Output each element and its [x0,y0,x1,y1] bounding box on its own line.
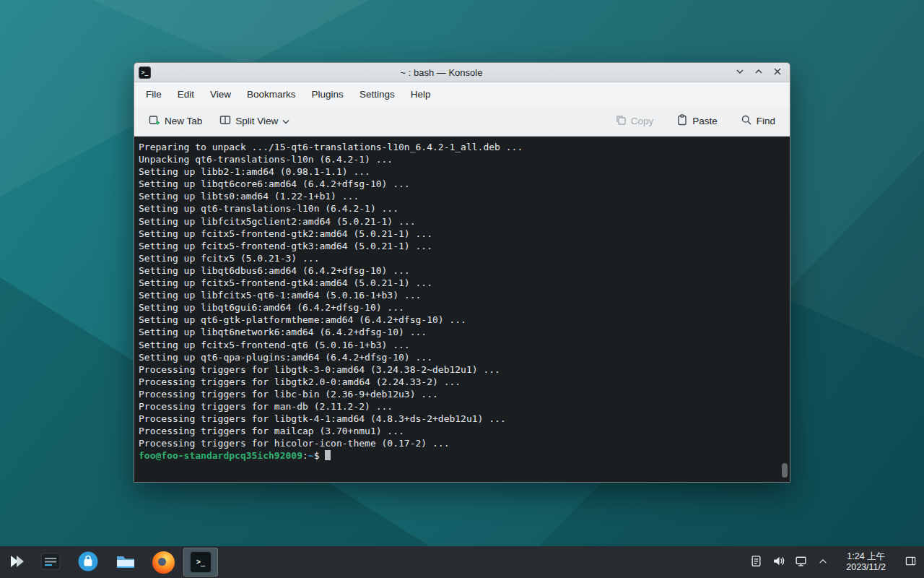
chevron-up-icon [818,556,828,569]
terminal-output: Preparing to unpack .../15-qt6-translati… [139,141,788,449]
new-tab-icon [149,114,160,128]
minimize-icon [736,67,744,78]
menu-item[interactable]: Bookmarks [239,85,304,103]
display-icon [795,555,807,569]
menu-item[interactable]: Settings [352,85,403,103]
terminal-output-line: Processing triggers for hicolor-icon-the… [139,437,788,449]
clock-time: 1:24 上午 [846,551,886,562]
prompt-separator: : [302,450,308,461]
terminal-output-line: Setting up qt6-qpa-plugins:amd64 (6.4.2+… [139,351,788,363]
terminal-output-line: Processing triggers for libgtk2.0-0:amd6… [139,376,788,388]
menu-item[interactable]: File [138,85,170,103]
window-title: ~ : bash — Konsole [151,67,732,78]
terminal-prompt-line: foo@foo-standardpcq35ich92009:~$ [139,449,788,462]
clipboard-icon [750,555,762,569]
taskbar: >_ [0,546,924,578]
terminal-output-line: Setting up fcitx5-frontend-gtk3:amd64 (5… [139,240,788,252]
menu-item[interactable]: Edit [170,85,202,103]
system-tray: 1:24 上午 2023/11/2 [749,546,924,578]
volume-tray-button[interactable] [772,556,785,569]
terminal-output-line: Processing triggers for libgtk-3-0:amd64… [139,363,788,376]
terminal-output-line: Setting up libqt6dbus6:amd64 (6.4.2+dfsg… [139,264,788,277]
pager-button[interactable] [33,546,68,578]
prompt-symbol: $ [314,450,320,461]
window-controls [732,64,785,80]
pager-icon [40,551,61,574]
menu-item[interactable]: Plugins [304,85,352,103]
terminal-output-line: Setting up fcitx5-frontend-gtk4:amd64 (5… [139,277,788,289]
terminal-output-line: Processing triggers for mailcap (3.70+nm… [139,425,788,437]
new-tab-label: New Tab [165,116,202,126]
desktop: >_ ~ : bash — Konsole FileEditViewBookma… [0,0,924,578]
toolbar-right-group: Copy Paste Find [609,110,781,132]
find-button[interactable]: Find [735,110,781,132]
terminal-output-line: Setting up libfcitx5gclient2:amd64 (5.0.… [139,215,788,228]
folder-icon [115,551,136,574]
terminal-output-line: Setting up fcitx5 (5.0.21-3) ... [139,252,788,264]
window-titlebar[interactable]: >_ ~ : bash — Konsole [134,63,790,82]
clock-date: 2023/11/2 [846,562,886,573]
prompt-user-host: foo@foo-standardpcq35ich92009 [139,450,302,461]
menu-item[interactable]: View [202,85,239,103]
clock[interactable]: 1:24 上午 2023/11/2 [839,551,893,573]
search-icon [741,114,752,128]
firefox-icon [152,551,175,574]
dolphin-button[interactable] [108,546,143,578]
toolbar: New Tab Split View Copy [134,106,790,137]
terminal-output-line: Preparing to unpack .../15-qt6-translati… [139,141,788,153]
prompt-cwd: ~ [308,450,314,461]
expand-tray-button[interactable] [816,556,829,569]
paste-icon [676,114,688,128]
konsole-icon: >_ [190,551,212,573]
terminal-output-line: Setting up fcitx5-frontend-gtk2:amd64 (5… [139,228,788,240]
display-tray-button[interactable] [794,556,807,569]
clipboard-tray-button[interactable] [749,556,762,569]
menu-item[interactable]: Help [403,85,439,103]
terminal-output-line: Setting up libb2-1:amd64 (0.98.1-1.1) ..… [139,165,788,178]
paste-button[interactable]: Paste [671,110,723,132]
terminal-area[interactable]: Preparing to unpack .../15-qt6-translati… [134,137,790,482]
terminal-output-line: Setting up libqt6core6:amd64 (6.4.2+dfsg… [139,178,788,190]
discover-icon [77,551,99,574]
terminal-output-line: Setting up qt6-translations-l10n (6.4.2-… [139,202,788,215]
terminal-output-line: Setting up libqt6network6:amd64 (6.4.2+d… [139,326,788,338]
copy-label: Copy [631,116,654,126]
terminal-output-line: Setting up fcitx5-frontend-qt6 (5.0.16-1… [139,339,788,351]
terminal-cursor [325,450,331,460]
terminal-output-line: Processing triggers for libc-bin (2.36-9… [139,388,788,400]
split-view-icon [219,114,231,128]
terminal-output-line: Setting up libts0:amd64 (1.22-1+b1) ... [139,190,788,202]
split-view-label: Split View [235,116,278,126]
close-button[interactable] [770,64,785,80]
konsole-window: >_ ~ : bash — Konsole FileEditViewBookma… [134,62,790,483]
maximize-button[interactable] [751,64,767,80]
show-desktop-button[interactable] [902,546,918,578]
copy-icon [615,114,627,128]
konsole-task-button[interactable]: >_ [183,548,218,577]
terminal-output-line: Processing triggers for man-db (2.11.2-2… [139,400,788,413]
discover-button[interactable] [71,546,105,578]
konsole-app-icon: >_ [139,66,151,79]
find-label: Find [757,116,775,126]
terminal-output-line: Setting up libfcitx5-qt6-1:amd64 (5.0.16… [139,289,788,301]
new-tab-button[interactable]: New Tab [143,110,208,132]
terminal-output-line: Unpacking qt6-translations-l10n (6.4.2-1… [139,153,788,165]
terminal-output-line: Setting up qt6-gtk-platformtheme:amd64 (… [139,314,788,326]
minimize-button[interactable] [732,64,748,80]
firefox-globe [158,558,166,566]
close-icon [773,67,782,78]
firefox-button[interactable] [146,546,180,578]
show-desktop-icon [905,556,916,569]
split-view-button[interactable]: Split View [214,110,295,132]
application-launcher-button[interactable] [0,546,33,578]
menu-bar: FileEditViewBookmarksPluginsSettingsHelp [134,82,790,106]
terminal-output-line: Setting up libqt6gui6:amd64 (6.4.2+dfsg-… [139,301,788,314]
chevron-down-icon [282,116,289,126]
paste-label: Paste [692,116,718,126]
scrollbar-thumb[interactable] [782,463,788,478]
terminal-output-line: Processing triggers for libgtk-4-1:amd64… [139,413,788,425]
maximize-icon [754,67,763,78]
copy-button[interactable]: Copy [609,110,660,132]
application-launcher-icon [7,552,26,573]
volume-icon [772,555,785,569]
